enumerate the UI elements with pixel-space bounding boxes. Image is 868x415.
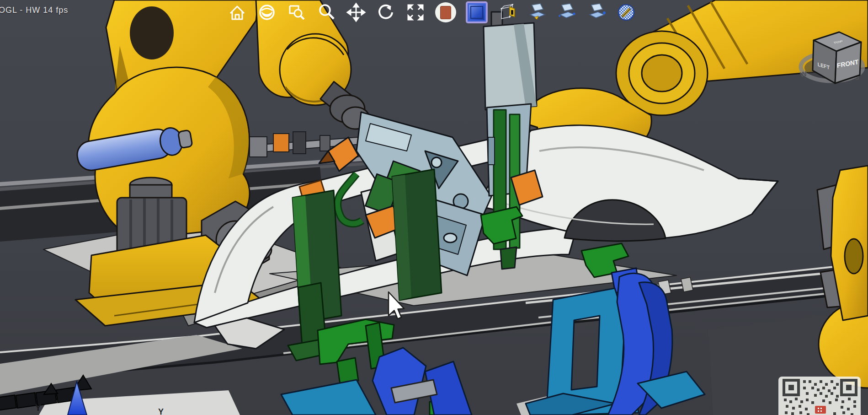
textured-ground-button[interactable] bbox=[616, 2, 636, 22]
shaded-swatch-icon bbox=[440, 6, 451, 19]
display-mode-flat-button[interactable] bbox=[466, 1, 488, 23]
pan-arrows-icon bbox=[347, 3, 365, 22]
workplane-front-button[interactable] bbox=[557, 2, 577, 22]
axis-y-label-2: Y bbox=[158, 407, 164, 415]
workplane-floor-button[interactable] bbox=[527, 2, 547, 22]
right-edge-robot[interactable] bbox=[817, 166, 868, 388]
fit-view-button[interactable] bbox=[257, 2, 277, 22]
workplane-floor-icon bbox=[527, 3, 547, 22]
orbit-arrow-icon bbox=[377, 3, 395, 22]
app-window: Y Y OGL - HW 14 fps bbox=[0, 0, 868, 415]
qr-code-overlay bbox=[778, 377, 863, 415]
pan-button[interactable] bbox=[346, 2, 366, 22]
orbit-button[interactable] bbox=[376, 2, 396, 22]
zoom-button[interactable] bbox=[316, 2, 336, 22]
display-mode-shaded-button[interactable] bbox=[435, 2, 456, 22]
magnifier-icon bbox=[317, 3, 335, 22]
zoom-window-icon bbox=[288, 3, 306, 22]
expand-arrows-icon bbox=[406, 3, 425, 22]
axis-y-label: Y bbox=[35, 402, 42, 413]
zoom-window-button[interactable] bbox=[287, 2, 307, 22]
renderer-fps-label: OGL - HW 14 fps bbox=[0, 5, 68, 15]
zoom-extents-button[interactable] bbox=[405, 2, 426, 22]
workplane-front-icon bbox=[557, 3, 576, 22]
main-toolbar bbox=[227, 1, 636, 23]
home-icon bbox=[228, 3, 246, 22]
workplane-side-icon bbox=[587, 3, 606, 22]
home-view-button[interactable] bbox=[227, 2, 247, 22]
show-room-box-button[interactable] bbox=[497, 2, 517, 22]
flat-swatch-icon bbox=[468, 3, 486, 22]
textured-ground-icon bbox=[617, 3, 636, 22]
fit-view-eye-icon bbox=[257, 3, 277, 22]
workplane-side-button[interactable] bbox=[586, 2, 607, 22]
view-cube[interactable]: W S FRONT LEFT TOP bbox=[796, 16, 868, 86]
viewport-3d[interactable]: Y Y bbox=[0, 0, 868, 415]
room-box-icon bbox=[498, 3, 517, 22]
